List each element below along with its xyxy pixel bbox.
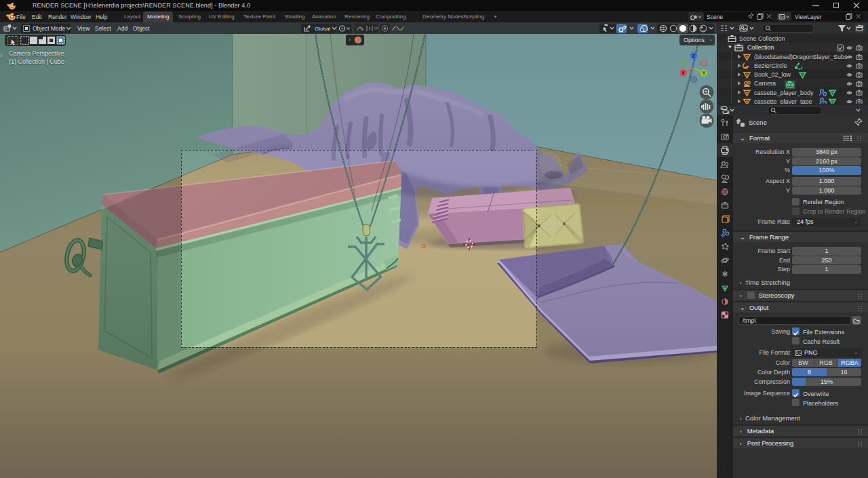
svg-text:Scene Collection: Scene Collection (739, 35, 785, 42)
svg-text:Collection: Collection (747, 44, 774, 51)
svg-text:BezierCircle: BezierCircle (754, 62, 787, 69)
svg-text:Book_02_low: Book_02_low (754, 71, 791, 78)
svg-text:cassette_player_body: cassette_player_body (754, 89, 814, 96)
svg-text:Y: Y (703, 71, 706, 75)
svg-text:cassette_player_tape: cassette_player_tape (754, 98, 812, 104)
svg-text:Z: Z (692, 54, 695, 58)
svg-text:Camera: Camera (754, 80, 776, 87)
svg-text:(bloodstained)DragonSlayer_Sub: (bloodstained)DragonSlayer_Subs (754, 54, 848, 60)
svg-text:X: X (682, 71, 685, 75)
